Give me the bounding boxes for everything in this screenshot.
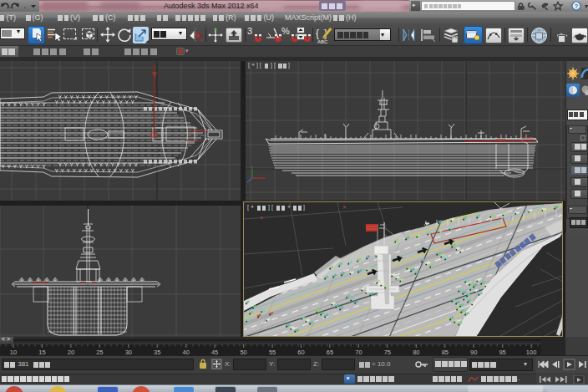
- svg-text:50: 50: [240, 349, 246, 355]
- svg-text:25: 25: [96, 349, 103, 355]
- svg-text:95: 95: [499, 349, 505, 355]
- svg-text:100: 100: [526, 349, 537, 355]
- svg-text:45: 45: [211, 349, 218, 355]
- svg-text:75: 75: [384, 349, 391, 355]
- svg-text:55: 55: [269, 349, 276, 355]
- svg-text:35: 35: [154, 349, 160, 355]
- svg-text:10: 10: [10, 349, 17, 355]
- svg-text:65: 65: [327, 349, 333, 355]
- svg-text:15: 15: [38, 349, 45, 355]
- svg-text:85: 85: [442, 349, 449, 355]
- svg-text:80: 80: [413, 349, 419, 355]
- svg-text:▾: ▾: [585, 3, 588, 10]
- svg-text:?: ?: [575, 3, 579, 10]
- svg-text:20: 20: [68, 349, 74, 355]
- svg-text:60: 60: [297, 349, 304, 355]
- svg-text:40: 40: [183, 349, 190, 355]
- svg-text:30: 30: [125, 349, 132, 355]
- svg-text:90: 90: [470, 349, 477, 355]
- svg-text:70: 70: [355, 349, 362, 355]
- svg-text:{: {: [316, 28, 319, 39]
- svg-text:ABC: ABC: [317, 39, 328, 44]
